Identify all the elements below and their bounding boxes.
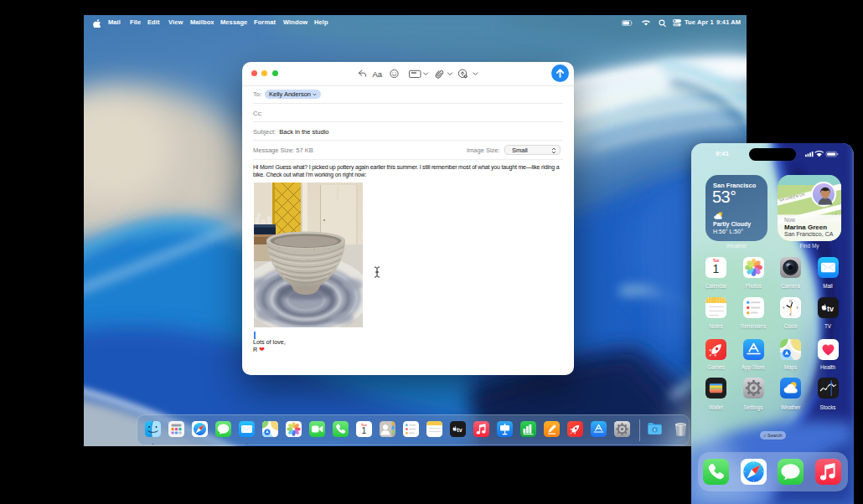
svg-text:9: 9 — [783, 306, 785, 310]
svg-text:tv: tv — [457, 426, 462, 432]
svg-text:3: 3 — [797, 306, 798, 310]
svg-text:Aa: Aa — [373, 69, 383, 79]
svg-text:tv: tv — [827, 305, 834, 313]
svg-text:12: 12 — [789, 300, 793, 303]
